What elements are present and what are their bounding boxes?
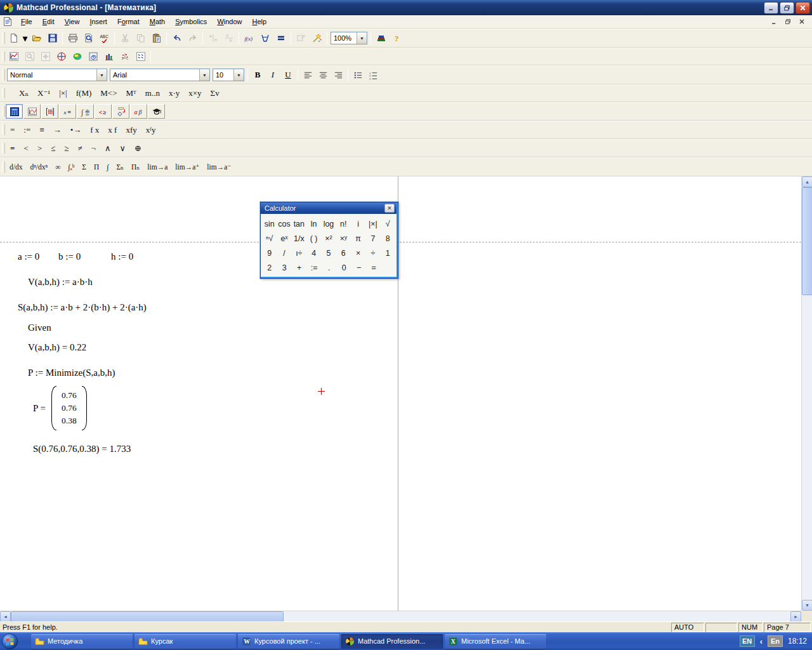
blank-indicator[interactable]: [705, 623, 737, 632]
contour-plot-button[interactable]: [85, 49, 101, 64]
eight-button[interactable]: 8: [381, 231, 395, 246]
num-indicator[interactable]: NUM: [738, 623, 763, 632]
horizontal-scroll-thumb[interactable]: [11, 611, 284, 622]
symbolic-eval-button[interactable]: →: [49, 123, 66, 137]
scroll-up-button[interactable]: ▲: [802, 176, 812, 187]
sqrt-button[interactable]: √: [381, 216, 395, 231]
bold-button[interactable]: B: [250, 68, 265, 82]
taskbar-kursak[interactable]: Курсак: [134, 634, 236, 649]
zero-button[interactable]: 0: [337, 260, 352, 275]
limit-left-button[interactable]: lim→a⁻: [203, 160, 235, 174]
page-indicator[interactable]: Page 7: [764, 623, 811, 632]
slash-button[interactable]: /: [277, 246, 291, 260]
ln-button[interactable]: ln: [306, 216, 321, 231]
evaluate-button[interactable]: =: [367, 260, 382, 275]
region-given[interactable]: Given: [28, 322, 51, 333]
keyword-eval-button[interactable]: •→: [66, 123, 86, 137]
close-button[interactable]: [796, 2, 810, 14]
vectorize-button[interactable]: f(M): [72, 86, 96, 100]
menu-symbolics[interactable]: Symbolics: [170, 17, 212, 27]
restore-button[interactable]: [780, 2, 794, 14]
calculator-close-button[interactable]: ✕: [384, 204, 395, 213]
bool-equals-button[interactable]: =: [6, 142, 19, 156]
menu-format[interactable]: Format: [112, 17, 145, 27]
reciprocal-button[interactable]: 1/x: [292, 231, 306, 246]
region-surface-result[interactable]: S(0.76,0.76,0.38) = 1.733: [33, 444, 131, 454]
postfix-button[interactable]: x f: [103, 123, 121, 137]
mdi-close-button[interactable]: [797, 17, 807, 26]
menu-help[interactable]: Help: [247, 17, 272, 27]
add-button[interactable]: +: [292, 260, 307, 275]
indefinite-integral-button[interactable]: ∫: [103, 160, 112, 174]
undo-button[interactable]: [169, 30, 185, 46]
spell-check-button[interactable]: [96, 30, 112, 46]
style-select[interactable]: Normal ▼: [7, 69, 107, 81]
region-constraint[interactable]: V(a,b,h) = 0.22: [28, 342, 86, 353]
start-button[interactable]: [1, 633, 18, 650]
one-button[interactable]: 1: [381, 246, 395, 260]
vector-sum-button[interactable]: Σv: [206, 86, 224, 100]
four-button[interactable]: 4: [306, 246, 321, 260]
determinant-button[interactable]: |×|: [55, 86, 72, 100]
derivative-button[interactable]: d/dx: [6, 160, 26, 174]
new-button[interactable]: [6, 30, 22, 46]
range-sum-button[interactable]: Σₙ: [112, 160, 128, 174]
italic-button[interactable]: I: [265, 68, 280, 82]
six-button[interactable]: 6: [336, 246, 351, 260]
menu-insert[interactable]: Insert: [84, 17, 112, 27]
equals-button[interactable]: =: [6, 123, 19, 137]
decimal-button[interactable]: .: [322, 260, 337, 275]
menu-view[interactable]: View: [60, 17, 85, 27]
log-button[interactable]: log: [321, 216, 336, 231]
cos-button[interactable]: cos: [277, 216, 291, 231]
cross-product-button[interactable]: x×y: [184, 86, 206, 100]
imaginary-button[interactable]: i: [351, 216, 365, 231]
zoom-select[interactable]: 100% ▼: [331, 32, 367, 44]
menu-window[interactable]: Window: [212, 17, 247, 27]
graph-palette-button[interactable]: [23, 104, 41, 119]
inverse-button[interactable]: X⁻¹: [33, 86, 55, 100]
scroll-track[interactable]: [284, 611, 790, 621]
chevron-down-icon[interactable]: ▼: [233, 69, 244, 81]
matrix-column-button[interactable]: M<>: [96, 86, 121, 100]
bullet-list-button[interactable]: [350, 68, 365, 82]
resource-center-button[interactable]: [373, 30, 389, 46]
menu-edit[interactable]: Edit: [37, 17, 60, 27]
and-button[interactable]: ∧: [100, 142, 115, 156]
region-b-define[interactable]: b := 0: [58, 251, 81, 262]
chevron-down-icon[interactable]: ▼: [357, 32, 367, 44]
two-button[interactable]: 2: [262, 260, 277, 275]
summation-button[interactable]: Σ: [78, 160, 90, 174]
surface-plot-button[interactable]: [69, 49, 85, 64]
worksheet[interactable]: P = 0.76 0.76 0.38 Calculator ✕ sincosta…: [0, 176, 801, 611]
symbolic-palette-button[interactable]: [148, 104, 165, 119]
programming-palette-button[interactable]: [112, 104, 129, 119]
xor-button[interactable]: ⊕: [130, 142, 146, 156]
sin-button[interactable]: sin: [262, 216, 277, 231]
nth-root-button[interactable]: ⁿ√: [262, 231, 277, 246]
scroll-down-button[interactable]: ▼: [802, 600, 812, 611]
polar-plot-button[interactable]: [53, 49, 69, 64]
range-variable-button[interactable]: m..n: [141, 86, 164, 100]
region-a-define[interactable]: a := 0: [18, 251, 39, 262]
bar-3d-button[interactable]: [101, 49, 117, 64]
insert-function-button[interactable]: [241, 30, 257, 46]
region-surface-define[interactable]: S(a,b,h) := a·b + 2·(b·h) + 2·(a·h): [18, 302, 147, 313]
tray-expand-icon[interactable]: ‹: [760, 637, 763, 646]
subscript-button[interactable]: Xₙ: [15, 86, 33, 100]
tan-button[interactable]: tan: [292, 216, 306, 231]
chevron-down-icon[interactable]: ▼: [96, 69, 107, 81]
xy-plot-button[interactable]: [6, 49, 22, 64]
print-button[interactable]: [65, 30, 81, 46]
minimize-button[interactable]: [764, 2, 778, 14]
absolute-button[interactable]: |×|: [365, 216, 380, 231]
paste-button[interactable]: [148, 30, 164, 46]
matrix-palette-button[interactable]: [41, 104, 58, 119]
boolean-palette-button[interactable]: [95, 104, 112, 119]
three-button[interactable]: 3: [277, 260, 292, 275]
scroll-right-button[interactable]: ►: [790, 611, 801, 622]
chevron-down-icon[interactable]: ▼: [199, 69, 209, 81]
component-wizard-button[interactable]: [309, 30, 325, 46]
scroll-left-button[interactable]: ◄: [0, 611, 11, 622]
definite-integral-button[interactable]: ∫ₐᵇ: [64, 160, 78, 174]
